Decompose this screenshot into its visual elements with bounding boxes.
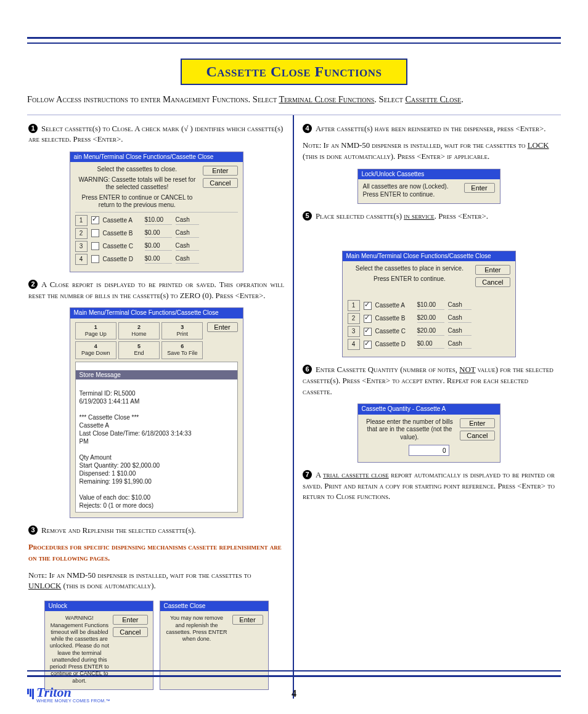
cancel-button[interactable]: Cancel [475, 277, 510, 287]
page-title: Cassette Close Functions [181, 59, 408, 85]
dlg-select-cassettes: ain Menu/Terminal Close Functions/Casset… [70, 152, 243, 272]
cassette-row: 1 Cassette A $10.00 Cash [348, 300, 510, 311]
left-column: 1Select cassette(s) to Close. A check ma… [27, 115, 294, 699]
step-bullet-5: 5 [303, 211, 312, 221]
step-bullet-1: 1 [28, 124, 38, 133]
enter-button[interactable]: Enter [113, 615, 147, 625]
row-index-button[interactable]: 4 [75, 254, 88, 265]
cassette-checkbox[interactable] [364, 341, 372, 349]
logo-text: Triton [36, 684, 71, 700]
cassette-row: 3 Cassette C $20.00 Cash [348, 326, 510, 337]
dlg-titlebar: Cassette Quantity - Cassette A [358, 404, 500, 415]
nav-cell[interactable]: 1Page Up [75, 322, 116, 340]
step-5: 5Place selected cassette(s) in service. … [303, 211, 555, 222]
quantity-input[interactable] [409, 445, 449, 456]
cassette-row: 2 Cassette B $0.00 Cash [75, 228, 238, 239]
note-part: (this is done automatically). [61, 582, 155, 590]
row-index-button[interactable]: 4 [348, 339, 360, 350]
step-1-text: Select cassette(s) to Close. A check mar… [28, 124, 283, 144]
cancel-button[interactable]: Cancel [203, 178, 237, 188]
cassette-checkbox[interactable] [91, 242, 99, 250]
cassette-checkbox[interactable] [364, 302, 372, 310]
enter-button[interactable]: Enter [207, 322, 238, 332]
cassette-amount: $20.00 [417, 327, 444, 336]
enter-button[interactable]: Enter [464, 183, 495, 193]
dlg-titlebar: Main Menu/Terminal Close Functions/Casse… [343, 251, 515, 262]
cassette-checkbox[interactable] [91, 255, 99, 263]
nav-cell[interactable]: 5End [118, 341, 160, 359]
cassette-amount: $0.00 [145, 242, 172, 251]
step-3-warning: Procedures for specific dispensing mecha… [28, 542, 284, 564]
cassette-row: 3 Cassette C $0.00 Cash [75, 241, 238, 252]
enter-button[interactable]: Enter [460, 418, 494, 428]
step-6-not: NOT [459, 365, 475, 374]
intro-part: . [461, 94, 463, 104]
logo-tagline: WHERE MONEY COMES FROM.™ [36, 699, 110, 703]
cassette-type: Cash [176, 255, 199, 264]
row-index-button[interactable]: 2 [348, 313, 360, 324]
note-unlock: UNLOCK [28, 582, 61, 590]
dlg-cassette-quantity: Cassette Quantity - Cassette A Please en… [357, 404, 500, 463]
cassette-amount: $0.00 [145, 229, 172, 238]
cassette-row: 4 Cassette D $0.00 Cash [75, 254, 238, 265]
nav-cell[interactable]: 2Home [118, 322, 160, 340]
intro-text: Follow Access instructions to enter Mana… [27, 94, 561, 106]
dlg-msg: Please enter the number of bills that ar… [363, 418, 457, 442]
intro-part: Follow Access instructions to enter Mana… [27, 94, 279, 104]
cancel-button[interactable]: Cancel [113, 627, 147, 637]
step-4: 4After cassette(s) have been reinserted … [303, 124, 555, 135]
step-6: 6Enter Cassette Quantity (number of note… [303, 365, 555, 397]
cassette-row: 4 Cassette D $0.00 Cash [348, 339, 510, 350]
note-lock: LOCK [528, 141, 549, 150]
enter-button[interactable]: Enter [232, 615, 263, 625]
nav-cell[interactable]: 6Save To File [161, 341, 203, 359]
cassette-checkbox[interactable] [364, 315, 372, 323]
top-rule [27, 37, 561, 44]
row-index-button[interactable]: 1 [75, 215, 88, 226]
cassette-checkbox[interactable] [91, 229, 99, 237]
step-7: 7A trial cassette close report automatic… [303, 470, 555, 503]
row-index-button[interactable]: 3 [348, 326, 360, 337]
dlg-line: Press ENTER to continue or CANCEL to ret… [75, 194, 200, 209]
dlg-titlebar: Unlock [45, 601, 153, 612]
step-bullet-2: 2 [28, 280, 38, 289]
cassette-label: Cassette B [103, 230, 141, 238]
nav-cell[interactable]: 4Page Down [75, 341, 116, 359]
step-7-trial: trial cassette close [323, 471, 389, 479]
cassette-checkbox[interactable] [364, 328, 372, 336]
dlg-titlebar: Lock/Unlock Cassettes [358, 169, 500, 180]
logo-bars-icon [27, 689, 34, 699]
enter-button[interactable]: Enter [203, 166, 237, 176]
dlg-titlebar: Cassette Close [160, 601, 268, 612]
cassette-label: Cassette D [375, 341, 414, 349]
cassette-type: Cash [448, 340, 472, 349]
cancel-button[interactable]: Cancel [460, 431, 494, 440]
note-part: Note: If an NMD-50 dispenser is installe… [28, 571, 251, 580]
bottom-rule [27, 670, 561, 677]
row-index-button[interactable]: 1 [348, 300, 360, 311]
intro-link-cassette-close: Cassette Close [405, 94, 461, 104]
page-number: 4 [292, 688, 296, 699]
dlg-line: Select the cassettes to place in service… [348, 265, 472, 273]
step-5-text: Place selected cassette(s) [316, 212, 404, 221]
enter-button[interactable]: Enter [475, 265, 510, 275]
cassette-type: Cash [448, 327, 472, 336]
step-4-note: Note: If an NMD-50 dispenser is installe… [303, 140, 555, 162]
cassette-amount: $20.00 [417, 314, 444, 323]
cassette-row: 1 Cassette A $10.00 Cash [75, 215, 238, 226]
step-bullet-4: 4 [303, 124, 312, 133]
step-5-text: . Press <Enter>. [435, 212, 488, 221]
dlg-titlebar: ain Menu/Terminal Close Functions/Casset… [70, 152, 243, 163]
row-index-button[interactable]: 2 [75, 228, 88, 239]
step-4-text: After cassette(s) have been reinserted i… [316, 124, 546, 133]
nav-cell[interactable]: 3Print [161, 322, 203, 340]
cassette-amount: $10.00 [145, 216, 172, 225]
cassette-checkbox[interactable] [91, 216, 99, 224]
step-5-inservice: in service [404, 212, 434, 221]
cassette-label: Cassette D [103, 256, 141, 264]
step-bullet-3: 3 [28, 525, 38, 535]
row-index-button[interactable]: 3 [75, 241, 88, 252]
cassette-type: Cash [448, 301, 472, 310]
step-bullet-6: 6 [303, 365, 312, 374]
cassette-label: Cassette C [103, 243, 141, 251]
